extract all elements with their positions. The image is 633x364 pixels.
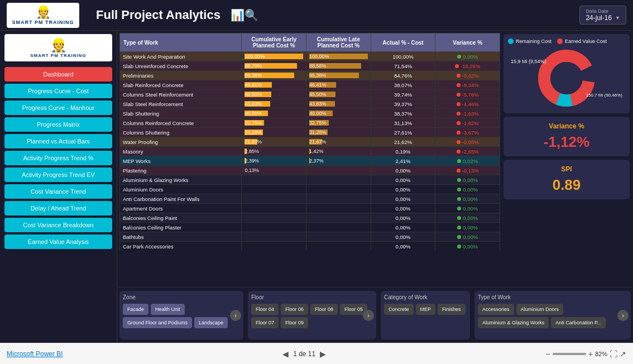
table-row[interactable]: Masonry2,85%1,42%0,19%-2,65%	[120, 147, 500, 156]
table-row[interactable]: Apartment Doors0,00%0,00%	[120, 204, 500, 213]
floor-08-btn[interactable]: Floor 08	[310, 304, 338, 315]
type-anti-carbonation-btn[interactable]: Anti Carbonation P...	[551, 317, 606, 328]
floor-04-btn[interactable]: Floor 04	[251, 304, 279, 315]
legend-earned: Earned Value Cost	[557, 39, 607, 44]
pagination-bar: Microsoft Power BI ◀ 1 de 11 ▶ − + 82% ⛶…	[0, 343, 633, 364]
table-row[interactable]: Bathtubs0,00%0,00%	[120, 232, 500, 242]
data-date-box[interactable]: Data Date 24-jul-16	[579, 6, 626, 25]
fullscreen-btn[interactable]: ⛶	[610, 349, 617, 358]
row-name: Slab Shuttering	[120, 109, 242, 118]
sidebar-item-progress-cost[interactable]: Progress Curve - Cost	[4, 84, 112, 98]
row-early: 2,39%	[242, 156, 306, 166]
floor-filter-next[interactable]: ›	[363, 310, 374, 321]
row-early: 85,38%	[242, 71, 306, 80]
row-actual: 71,54%	[371, 61, 435, 71]
zone-filter-next[interactable]: ›	[230, 310, 241, 321]
power-bi-link[interactable]: Microsoft Power BI	[7, 350, 63, 358]
table-row[interactable]: Aluminium Doors0,00%0,00%	[120, 185, 500, 194]
sidebar-item-delay-ahead[interactable]: Delay / Ahead Trend	[4, 201, 112, 215]
table-row[interactable]: Slab Reinforced Concrete46,41%46,41%38,0…	[120, 80, 500, 90]
zone-landscape-btn[interactable]: Landscape	[194, 317, 228, 328]
category-filter: Category of Work Concrete MEP Finishes	[381, 291, 470, 339]
sidebar-item-planned-actual[interactable]: Planned vs Actual Bars	[4, 134, 112, 149]
table-row[interactable]: Columns Reinforced Concrete32,75%32,75%3…	[120, 118, 500, 128]
variance-value: -1,12%	[509, 133, 624, 151]
category-mep-btn[interactable]: MEP	[416, 304, 436, 315]
share-btn[interactable]: ↗	[620, 349, 626, 358]
pagination-controls: ◀ 1 de 11 ▶	[282, 349, 326, 358]
row-early: 2,85%	[242, 147, 306, 156]
zone-groundfloor-btn[interactable]: Ground Floor and Podiums	[123, 317, 192, 328]
table-row[interactable]: Car Park Accessories0,00%0,00%	[120, 242, 500, 251]
top-bar: 👷 SMART PM TRAINING Full Project Analyti…	[0, 0, 633, 31]
row-late: 31,28%	[306, 128, 371, 137]
right-panel: Remaining Cost Earned Value Cost	[502, 33, 631, 285]
sidebar-item-cost-breakdown[interactable]: Cost Variance Breakdown	[4, 218, 112, 232]
row-variance: 0,00%	[435, 194, 500, 204]
type-accessories-btn[interactable]: Accessories	[478, 304, 514, 315]
sidebar-item-progress-manhour[interactable]: Progress Curve - Manhour	[4, 100, 112, 115]
row-early: 40,00%	[242, 109, 306, 118]
sidebar-item-activity-pct[interactable]: Activity Progress Trend %	[4, 151, 112, 165]
table-row[interactable]: Balconies Ceiling Paint0,00%0,00%	[120, 213, 500, 223]
floor-06-btn[interactable]: Floor 06	[281, 304, 308, 315]
row-actual: 0,00%	[371, 204, 435, 213]
table-scroll[interactable]: Type of Work Cumulative Early Planned Co…	[119, 33, 500, 251]
logo-text: SMART PM TRAINING	[12, 20, 74, 25]
type-aluminium-glazing-btn[interactable]: Aluminium & Glazing Works	[478, 317, 549, 328]
table-row[interactable]: Water Proofing21,67%21,67%21,62%-0,05%	[120, 137, 500, 147]
zoom-out-btn[interactable]: −	[546, 349, 550, 358]
row-late	[306, 204, 371, 213]
row-late: 85,38%	[306, 71, 371, 80]
floor-09-btn[interactable]: Floor 09	[281, 317, 308, 328]
floor-07-btn[interactable]: Floor 07	[251, 317, 279, 328]
table-row[interactable]: Aluminium & Glazing Works0,00%0,00%	[120, 175, 500, 185]
row-actual: 31,13%	[371, 118, 435, 128]
zoom-slider[interactable]	[553, 353, 586, 355]
row-name: Anti Carbonation Paint For Walls	[120, 194, 242, 204]
row-variance: 0,02%	[435, 156, 500, 166]
zone-healthunit-btn[interactable]: Health Unit	[151, 304, 185, 315]
table-row[interactable]: Anti Carbonation Paint For Walls0,00%0,0…	[120, 194, 500, 204]
remaining-value: 15,9 Mi (9,54%)	[511, 59, 546, 64]
table-row[interactable]: Columns Steel Reinforcement45,50%45,50%3…	[120, 90, 500, 99]
sidebar-item-progress-matrix[interactable]: Progress Matrix	[4, 117, 112, 132]
type-filter: Type of Work Accessories Aluminium Doors…	[474, 291, 631, 339]
pie-container: 15,9 Mi (9,54%) 150,7 Mi (90,46%)	[508, 47, 625, 109]
prev-page-btn[interactable]: ◀	[282, 349, 289, 358]
table-row[interactable]: Plastering0,13%0,00%-0,13%	[120, 166, 500, 175]
zone-filter: Zone Facade Health Unit Ground Floor and…	[119, 291, 243, 339]
table-row[interactable]: Site Work And Preparation100,00%100,00%1…	[120, 52, 500, 61]
table-row[interactable]: Slab Unreinforced Concrete89,70%88,58%71…	[120, 61, 500, 71]
zone-facade-btn[interactable]: Facade	[123, 304, 148, 315]
sidebar-logo-label: SMART PM TRAINING	[30, 53, 87, 58]
row-early: 32,75%	[242, 118, 306, 128]
analytics-icon: 📊🔍	[231, 8, 258, 22]
category-concrete-btn[interactable]: Concrete	[384, 304, 414, 315]
row-actual: 2,41%	[371, 156, 435, 166]
row-variance: -0,13%	[435, 166, 500, 175]
sidebar-item-dashboard[interactable]: Dashboard	[4, 67, 112, 82]
table-row[interactable]: Slab Steel Reinforcement43,83%43,83%39,3…	[120, 99, 500, 109]
category-finishes-btn[interactable]: Finishes	[438, 304, 466, 315]
row-actual: 84,76%	[371, 71, 435, 80]
zone-filter-label: Zone	[123, 294, 240, 300]
table-row[interactable]: Preliminaries85,38%85,38%84,76%-0,62%	[120, 71, 500, 80]
pie-chart-svg	[536, 47, 597, 109]
sidebar-logo-icon: 👷	[50, 37, 67, 53]
table-row[interactable]: Slab Shuttering40,00%40,00%38,37%-1,63%	[120, 109, 500, 118]
th-type-of-work: Type of Work	[120, 33, 242, 52]
logo-box: 👷 SMART PM TRAINING	[7, 3, 79, 28]
type-aluminium-doors-btn[interactable]: Aluminium Doors	[516, 304, 564, 315]
next-page-btn[interactable]: ▶	[320, 349, 326, 358]
table-row[interactable]: Balconies Ceiling Plaster0,00%0,00%	[120, 223, 500, 232]
row-late: 88,58%	[306, 61, 371, 71]
type-filter-next[interactable]: ›	[617, 310, 629, 321]
sidebar-item-cost-variance[interactable]: Cost Variance Trend	[4, 184, 112, 199]
row-variance: 0,00%	[435, 204, 500, 213]
sidebar-item-earned-value[interactable]: Earned Value Analysis	[4, 234, 112, 249]
table-row[interactable]: Columns Shuttering31,28%31,28%27,61%-3,6…	[120, 128, 500, 137]
table-row[interactable]: MEP Works2,39%2,37%2,41%0,02%	[120, 156, 500, 166]
sidebar-item-activity-ev[interactable]: Activity Progress Trend EV	[4, 167, 112, 182]
zoom-in-btn[interactable]: +	[588, 349, 593, 358]
